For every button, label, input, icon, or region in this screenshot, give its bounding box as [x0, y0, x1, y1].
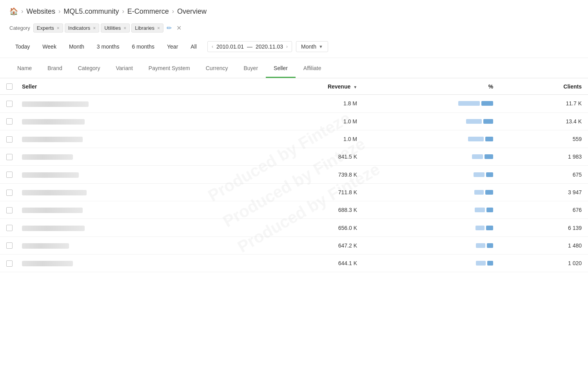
row-clients-1: 13.4 K [499, 112, 588, 130]
row-revenue-8: 647.2 K [243, 237, 363, 254]
filter-tag-libraries: Libraries × [131, 23, 163, 33]
row-checkbox-9[interactable] [6, 260, 13, 267]
table-row: 656.0 K6 139 [0, 219, 588, 237]
table-row: 688.3 K676 [0, 201, 588, 219]
row-clients-8: 1 480 [499, 237, 588, 254]
header-checkbox-cell [0, 78, 16, 95]
row-checkbox-cell-6 [0, 201, 16, 219]
filter-tag-experts-label: Experts [37, 25, 54, 31]
time-btn-6months[interactable]: 6 months [126, 40, 160, 53]
row-clients-2: 559 [499, 130, 588, 148]
row-revenue-1: 1.0 M [243, 112, 363, 130]
table-row: 1.8 M11.7 K [0, 95, 588, 112]
row-seller-name-5 [16, 183, 243, 201]
next-date-arrow[interactable]: › [286, 44, 288, 49]
row-percent-bar-6 [363, 201, 499, 219]
row-checkbox-5[interactable] [6, 190, 13, 196]
row-checkbox-4[interactable] [6, 172, 13, 178]
row-checkbox-cell-3 [0, 148, 16, 166]
tab-name[interactable]: Name [9, 60, 40, 78]
row-seller-name-2 [16, 130, 243, 148]
time-btn-today[interactable]: Today [9, 40, 36, 53]
time-btn-3months[interactable]: 3 months [91, 40, 125, 53]
row-checkbox-cell-0 [0, 95, 16, 112]
row-seller-name-4 [16, 166, 243, 183]
row-percent-bar-5 [363, 183, 499, 201]
table-row: 841.5 K1 983 [0, 148, 588, 166]
sort-arrow-icon: ▼ [353, 85, 357, 89]
table-row: 711.8 K3 947 [0, 183, 588, 201]
filter-clear-button[interactable]: ✕ [175, 23, 183, 33]
data-table: Seller Revenue ▼ % Clients 1.8 M11.7 K1.… [0, 78, 588, 272]
time-btn-all[interactable]: All [185, 40, 203, 53]
remove-libraries-btn[interactable]: × [157, 25, 160, 31]
row-seller-name-6 [16, 201, 243, 219]
tab-category[interactable]: Category [70, 60, 108, 78]
breadcrumb-mql5[interactable]: MQL5.community [64, 7, 119, 16]
row-checkbox-cell-1 [0, 112, 16, 130]
breadcrumb-sep4: › [172, 8, 174, 15]
row-checkbox-3[interactable] [6, 154, 13, 160]
row-revenue-6: 688.3 K [243, 201, 363, 219]
date-from: 2010.01.01 [216, 43, 244, 50]
row-percent-bar-7 [363, 219, 499, 237]
remove-experts-btn[interactable]: × [57, 25, 60, 31]
header-percent: % [363, 78, 499, 95]
tab-seller[interactable]: Seller [266, 60, 296, 78]
remove-indicators-btn[interactable]: × [93, 25, 96, 31]
row-clients-7: 6 139 [499, 219, 588, 237]
tab-currency[interactable]: Currency [198, 60, 236, 78]
row-checkbox-0[interactable] [6, 101, 13, 107]
filter-tag-utilities-label: Utilities [104, 25, 121, 31]
header-seller: Seller [16, 78, 243, 95]
prev-date-arrow[interactable]: ‹ [212, 44, 213, 49]
row-checkbox-cell-5 [0, 183, 16, 201]
tab-variant[interactable]: Variant [108, 60, 141, 78]
row-checkbox-cell-2 [0, 130, 16, 148]
filter-tag-utilities: Utilities × [101, 23, 130, 33]
time-btn-month[interactable]: Month [63, 40, 90, 53]
row-checkbox-8[interactable] [6, 242, 13, 249]
row-revenue-4: 739.8 K [243, 166, 363, 183]
breadcrumb-sep2: › [58, 8, 60, 15]
table-row: 647.2 K1 480 [0, 237, 588, 254]
time-btn-week[interactable]: Week [36, 40, 62, 53]
row-checkbox-6[interactable] [6, 207, 13, 213]
date-to: 2020.11.03 [256, 43, 283, 50]
filter-tag-indicators-label: Indicators [68, 25, 90, 31]
table-row: 644.1 K1 020 [0, 254, 588, 272]
time-btn-year[interactable]: Year [161, 40, 184, 53]
groupby-dropdown[interactable]: Month ▼ [296, 41, 328, 52]
filter-tags-bar: Category Experts × Indicators × Utilitie… [0, 21, 588, 37]
tab-buyer[interactable]: Buyer [236, 60, 266, 78]
breadcrumb-overview[interactable]: Overview [177, 7, 207, 16]
filter-edit-button[interactable]: ✏ [165, 23, 173, 33]
row-percent-bar-1 [363, 112, 499, 130]
breadcrumb-sep3: › [122, 8, 124, 15]
tab-affiliate[interactable]: Affiliate [296, 60, 329, 78]
breadcrumb-sep: › [21, 8, 23, 15]
breadcrumb-ecommerce[interactable]: E-Commerce [127, 7, 169, 16]
row-revenue-9: 644.1 K [243, 254, 363, 272]
row-seller-name-3 [16, 148, 243, 166]
revenue-header-label: Revenue [328, 83, 350, 90]
remove-utilities-btn[interactable]: × [123, 25, 126, 31]
header-clients: Clients [499, 78, 588, 95]
percent-header-label: % [488, 83, 493, 90]
breadcrumb: 🏠 › Websites › MQL5.community › E-Commer… [0, 0, 588, 21]
row-checkbox-7[interactable] [6, 225, 13, 231]
header-revenue[interactable]: Revenue ▼ [243, 78, 363, 95]
breadcrumb-websites[interactable]: Websites [26, 7, 55, 16]
row-checkbox-2[interactable] [6, 136, 13, 143]
row-revenue-5: 711.8 K [243, 183, 363, 201]
tab-payment-system[interactable]: Payment System [141, 60, 198, 78]
table-header-row: Seller Revenue ▼ % Clients [0, 78, 588, 95]
row-checkbox-1[interactable] [6, 118, 13, 125]
select-all-checkbox[interactable] [6, 83, 13, 90]
date-range-picker[interactable]: ‹ 2010.01.01 — 2020.11.03 › [207, 41, 292, 52]
home-icon[interactable]: 🏠 [9, 7, 18, 16]
row-clients-6: 676 [499, 201, 588, 219]
filter-tag-experts: Experts × [33, 23, 63, 33]
tab-brand[interactable]: Brand [40, 60, 70, 78]
time-toolbar: Today Week Month 3 months 6 months Year … [0, 37, 588, 58]
